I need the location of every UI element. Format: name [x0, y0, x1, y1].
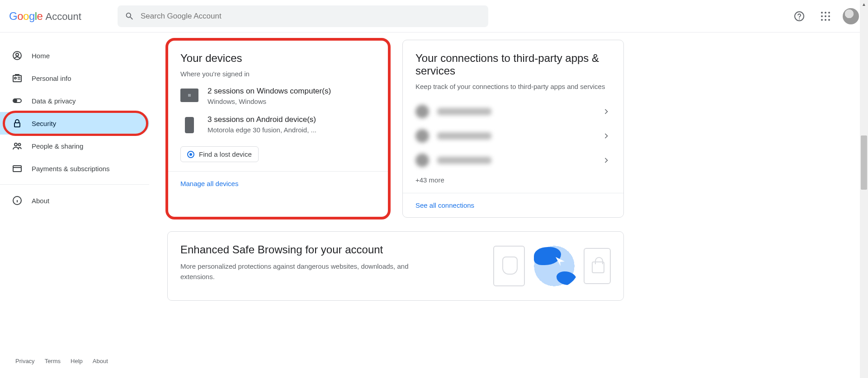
- sidebar-item-home[interactable]: Home: [0, 44, 149, 67]
- apps-button[interactable]: [816, 7, 835, 25]
- connection-row[interactable]: [415, 124, 611, 148]
- chevron-right-icon: [602, 131, 611, 140]
- device-row-windows[interactable]: 2 sessions on Windows computer(s) Window…: [180, 87, 376, 105]
- id-card-icon: [12, 73, 23, 84]
- sidebar-item-security[interactable]: Security: [0, 112, 149, 135]
- document-shield-icon: [493, 246, 525, 286]
- document-lock-icon: [584, 248, 611, 284]
- app-name-redacted: [437, 132, 491, 140]
- search-box[interactable]: [118, 5, 488, 27]
- app-name-redacted: [437, 157, 491, 164]
- home-icon: [12, 50, 23, 61]
- phone-icon: [185, 117, 194, 133]
- svg-rect-9: [13, 166, 21, 172]
- safe-browsing-card[interactable]: Enhanced Safe Browsing for your account …: [167, 231, 624, 301]
- sidebar-item-label: Security: [32, 120, 56, 127]
- manage-all-devices-link[interactable]: Manage all devices: [168, 171, 388, 196]
- devices-title: Your devices: [180, 52, 376, 65]
- sidebar-item-personal-info[interactable]: Personal info: [0, 67, 149, 89]
- device-row-android[interactable]: 3 sessions on Android device(s) Motorola…: [180, 115, 376, 134]
- find-device-label: Find a lost device: [199, 150, 252, 158]
- find-lost-device-button[interactable]: Find a lost device: [180, 146, 259, 162]
- help-icon: [794, 11, 805, 22]
- safe-browsing-desc: More personalized protections against da…: [180, 261, 425, 282]
- footer-link-privacy[interactable]: Privacy: [15, 358, 35, 364]
- account-label: Account: [45, 11, 81, 23]
- svg-point-1: [16, 53, 19, 56]
- more-connections-label: +43 more: [415, 176, 611, 184]
- sidebar-item-label: Home: [32, 52, 50, 60]
- device-sub: Motorola edge 30 fusion, Android, ...: [208, 126, 316, 134]
- connection-row[interactable]: [415, 99, 611, 124]
- sidebar-item-about[interactable]: About: [0, 189, 149, 212]
- toggle-icon: [12, 95, 23, 106]
- logo-area[interactable]: Google Account: [9, 10, 108, 23]
- search-input[interactable]: [141, 12, 481, 21]
- card-icon: [12, 163, 23, 174]
- scrollbar-thumb[interactable]: [861, 135, 867, 190]
- info-icon: [12, 195, 23, 206]
- device-title: 2 sessions on Windows computer(s): [208, 87, 331, 96]
- sidebar-item-data-privacy[interactable]: Data & privacy: [0, 89, 149, 112]
- chevron-right-icon: [602, 107, 611, 116]
- footer-link-terms[interactable]: Terms: [45, 358, 61, 364]
- laptop-icon: [180, 89, 198, 102]
- svg-point-3: [14, 77, 16, 79]
- profile-avatar[interactable]: [843, 8, 859, 24]
- your-devices-card: Your devices Where you're signed in 2 se…: [167, 40, 389, 218]
- app-icon: [415, 129, 429, 143]
- cursor-icon: [556, 257, 565, 266]
- safe-browsing-title: Enhanced Safe Browsing for your account: [180, 243, 425, 256]
- locate-icon: [187, 151, 194, 158]
- devices-subtitle: Where you're signed in: [180, 69, 376, 79]
- sidebar-item-label: About: [32, 197, 49, 205]
- header-actions: [790, 7, 859, 25]
- lock-icon: [12, 118, 23, 129]
- people-icon: [12, 140, 23, 151]
- footer-link-about[interactable]: About: [93, 358, 108, 364]
- device-sub: Windows, Windows: [208, 98, 331, 105]
- footer-links: Privacy Terms Help About: [0, 358, 149, 378]
- sidebar-item-payments[interactable]: Payments & subscriptions: [0, 157, 149, 180]
- svg-rect-6: [14, 123, 20, 127]
- google-logo: Google: [9, 10, 42, 23]
- apps-icon: [821, 12, 830, 21]
- app-name-redacted: [437, 108, 491, 115]
- app-icon: [415, 105, 429, 118]
- safe-browsing-illustration: [493, 243, 611, 289]
- sidebar-item-label: Data & privacy: [32, 97, 76, 105]
- sidebar-nav: Home Personal info Data & privacy Securi…: [0, 33, 149, 378]
- connection-row[interactable]: [415, 148, 611, 173]
- main-content: Your devices Where you're signed in 2 se…: [149, 33, 868, 378]
- device-title: 3 sessions on Android device(s): [208, 115, 316, 124]
- app-icon: [415, 154, 429, 167]
- help-button[interactable]: [790, 7, 808, 25]
- svg-point-8: [19, 144, 21, 146]
- connections-subtitle: Keep track of your connections to third-…: [415, 82, 611, 91]
- svg-point-5: [14, 99, 17, 102]
- connections-title: Your connections to third-party apps & s…: [415, 52, 611, 77]
- chevron-right-icon: [602, 156, 611, 165]
- svg-point-7: [14, 143, 17, 146]
- sidebar-item-label: Payments & subscriptions: [32, 165, 110, 173]
- globe-icon: [529, 243, 579, 289]
- sidebar-divider: [0, 184, 149, 185]
- connections-card: Your connections to third-party apps & s…: [402, 40, 624, 218]
- scroll-up-arrow[interactable]: ▲: [860, 0, 868, 8]
- sidebar-item-label: Personal info: [32, 75, 71, 82]
- app-header: Google Account: [0, 0, 868, 33]
- sidebar-item-people-sharing[interactable]: People & sharing: [0, 135, 149, 157]
- scrollbar-track[interactable]: ▲: [860, 0, 868, 378]
- search-icon: [125, 11, 134, 21]
- footer-link-help[interactable]: Help: [71, 358, 83, 364]
- see-all-connections-link[interactable]: See all connections: [403, 193, 623, 217]
- sidebar-item-label: People & sharing: [32, 142, 83, 150]
